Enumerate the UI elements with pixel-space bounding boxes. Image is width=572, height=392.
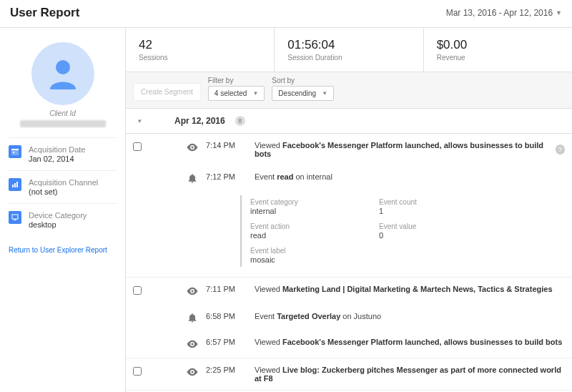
- row-checkbox-cell: [133, 366, 144, 378]
- filter-dropdown[interactable]: 4 selected ▼: [208, 86, 265, 101]
- bell-icon: [184, 312, 200, 323]
- activity-description: Event Targeted Overlay on Justuno: [255, 312, 565, 320]
- bars-icon: [9, 178, 21, 191]
- date-group-header[interactable]: ▾ Apr 12, 2016 8: [126, 109, 572, 134]
- event-detail-label: Event count: [379, 198, 508, 206]
- desc-prefix: Viewed: [255, 338, 282, 346]
- avatar: [31, 42, 94, 105]
- stat-value: $0.00: [437, 38, 559, 52]
- desc-bold: Marketing Land | Digital Marketing & Mar…: [282, 285, 553, 293]
- header: User Report Mar 13, 2016 - Apr 12, 2016 …: [0, 0, 572, 28]
- event-detail-label: Event category: [250, 198, 379, 206]
- select-checkbox[interactable]: [133, 367, 142, 376]
- client-id-label: Client Id: [9, 109, 117, 117]
- stat-value: 01:56:04: [287, 38, 410, 52]
- row-checkbox-cell: [133, 141, 144, 153]
- desc-bold: Live blog: Zuckerberg pitches Messenger …: [255, 366, 561, 383]
- desc-prefix: Viewed: [255, 366, 282, 374]
- desc-bold: Facebook's Messenger Platform launched, …: [255, 141, 543, 158]
- prop-label: Acquisition Date: [29, 145, 86, 154]
- stat-label: Session Duration: [287, 54, 410, 62]
- activity-description: Viewed Facebook's Messenger Platform lau…: [255, 338, 565, 346]
- row-checkbox-cell: [133, 285, 144, 297]
- activity-description: Event read on internal: [255, 172, 565, 181]
- date-group-count: 8: [235, 116, 245, 126]
- bell-icon: [187, 312, 198, 323]
- prop-acquisition-date: Acquisition Date Jan 02, 2014: [9, 137, 117, 170]
- controls-row: Create Segment Filter by 4 selected ▼ So…: [126, 72, 572, 109]
- select-checkbox[interactable]: [133, 142, 142, 151]
- stat-session-duration: 01:56:04 Session Duration: [275, 28, 423, 72]
- event-detail-label: Event label: [250, 247, 379, 255]
- desc-bold: read: [277, 172, 293, 181]
- eye-icon: [186, 141, 199, 154]
- event-detail-label: Event action: [250, 222, 379, 230]
- activity-time: 7:12 PM: [206, 172, 249, 181]
- calendar-icon: [9, 145, 21, 158]
- create-segment-button[interactable]: Create Segment: [133, 83, 201, 101]
- activity-time: 7:11 PM: [206, 285, 249, 293]
- activity-row[interactable]: 7:14 PMViewed Facebook's Messenger Platf…: [126, 134, 572, 165]
- date-range-text: Mar 13, 2016 - Apr 12, 2016: [446, 8, 553, 18]
- eye-icon: [186, 338, 199, 351]
- activity-time: 6:57 PM: [206, 338, 249, 346]
- eye-icon: [186, 285, 199, 298]
- event-detail-value: 1: [379, 207, 508, 215]
- svg-rect-3: [13, 152, 14, 153]
- stat-revenue: $0.00 Revenue: [424, 28, 572, 72]
- date-group-date: Apr 12, 2016: [174, 116, 225, 126]
- filter-label: Filter by: [208, 77, 265, 84]
- prop-label: Device Category: [29, 211, 87, 220]
- activity-row[interactable]: 6:57 PMViewed Facebook's Messenger Platf…: [126, 330, 572, 358]
- chevron-down-icon: ▼: [252, 90, 258, 97]
- svg-rect-8: [14, 220, 16, 220]
- bell-icon: [187, 172, 198, 184]
- eye-icon: [184, 338, 200, 351]
- filter-value: 4 selected: [214, 89, 247, 97]
- return-link[interactable]: Return to User Explorer Report: [9, 246, 117, 254]
- prop-value: desktop: [29, 220, 87, 229]
- desc-suffix: on Justuno: [340, 312, 381, 320]
- activity-row[interactable]: 6:58 PMEvent Targeted Overlay on Justuno: [126, 305, 572, 330]
- desc-prefix: Viewed: [255, 285, 282, 293]
- stat-label: Revenue: [437, 54, 559, 62]
- event-detail-item: Event categoryinternal: [250, 198, 379, 215]
- event-detail-item: Event value0: [379, 222, 508, 240]
- event-detail-value: read: [250, 231, 379, 240]
- svg-rect-6: [16, 182, 18, 187]
- activity-description: Viewed Live blog: Zuckerberg pitches Mes…: [255, 366, 565, 383]
- desc-prefix: Viewed: [255, 141, 282, 150]
- sort-value: Descending: [278, 89, 316, 97]
- eye-icon: [186, 366, 199, 378]
- svg-rect-2: [11, 149, 19, 150]
- activity-description: Viewed Marketing Land | Digital Marketin…: [255, 285, 565, 293]
- activity-row[interactable]: 2:25 PMViewed Live blog: Zuckerberg pitc…: [126, 358, 572, 391]
- sort-label: Sort by: [272, 77, 334, 84]
- activity-time: 7:14 PM: [206, 141, 249, 150]
- prop-device-category: Device Category desktop: [9, 203, 117, 236]
- desc-bold: Targeted Overlay: [277, 312, 340, 320]
- event-detail-item: Event actionread: [250, 222, 379, 240]
- sidebar: Client Id Acquisition Date Jan 02, 2014 …: [0, 28, 126, 392]
- activity-row[interactable]: 7:11 PMViewed Marketing Land | Digital M…: [126, 278, 572, 305]
- svg-rect-5: [14, 183, 16, 187]
- chevron-down-icon: ▾: [134, 117, 144, 124]
- desc-prefix: Event: [255, 172, 277, 181]
- prop-label: Acquisition Channel: [29, 178, 98, 187]
- desc-suffix: on internal: [293, 172, 332, 181]
- activity-row[interactable]: 7:12 PMEvent read on internal: [126, 165, 572, 191]
- info-icon[interactable]: ?: [556, 144, 565, 155]
- svg-rect-4: [12, 185, 14, 187]
- prop-acquisition-channel: Acquisition Channel (not set): [9, 170, 117, 203]
- event-detail-item: Event count1: [379, 198, 508, 215]
- activity-list: 7:14 PMViewed Facebook's Messenger Platf…: [126, 134, 572, 392]
- date-range-picker[interactable]: Mar 13, 2016 - Apr 12, 2016 ▼: [446, 8, 562, 18]
- sort-dropdown[interactable]: Descending ▼: [272, 86, 334, 101]
- chevron-down-icon: ▼: [556, 9, 562, 16]
- chevron-down-icon: ▼: [322, 90, 327, 97]
- select-checkbox[interactable]: [133, 286, 142, 295]
- stat-label: Sessions: [139, 54, 261, 62]
- svg-point-0: [56, 60, 70, 74]
- event-detail: Event categoryinternalEvent count1Event …: [240, 195, 572, 267]
- client-id-value-redacted: [20, 120, 106, 127]
